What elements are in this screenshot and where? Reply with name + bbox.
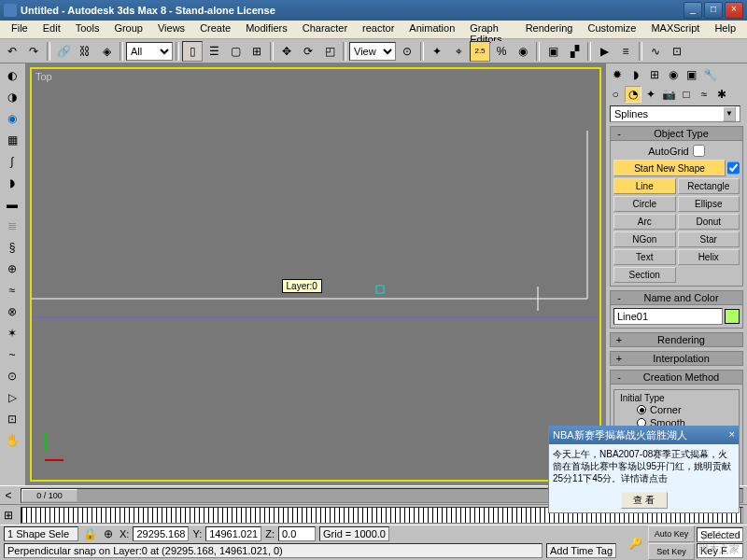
tab-panel-icon[interactable]: ◐ [2,65,22,86]
name-color-header[interactable]: -Name and Color [610,290,743,305]
minimize-button[interactable]: _ [684,2,702,19]
shapes-icon[interactable]: ◔ [625,86,641,103]
water-icon[interactable]: ~ [2,344,22,365]
add-time-tag[interactable]: Add Time Tag [546,543,616,558]
cameras-icon[interactable]: 📷 [660,86,677,103]
undo-icon[interactable]: ↶ [2,41,22,62]
shape-donut-button[interactable]: Donut [678,214,740,230]
select-icon[interactable]: ▯ [182,41,203,62]
plane-icon[interactable]: ▬ [2,194,22,215]
rotate-icon[interactable]: ⟳ [298,41,318,62]
x-coord-input[interactable]: 29295.168 [133,526,189,541]
motor-icon[interactable]: ⊕ [2,259,22,279]
schematic-icon[interactable]: ⊡ [667,41,687,62]
time-config-icon[interactable]: < [0,488,17,503]
menu-help[interactable]: Help [707,21,743,38]
selection-filter-combo[interactable]: All [126,42,173,61]
wind-icon[interactable]: ≈ [2,280,22,301]
redo-icon[interactable]: ↷ [23,41,44,62]
close-button[interactable]: × [725,2,743,19]
shape-line-button[interactable]: Line [613,178,676,194]
notification-close-icon[interactable]: × [729,428,735,442]
menu-modifiers[interactable]: Modifiers [238,21,295,38]
toy-icon[interactable]: ⊗ [2,301,22,322]
menu-group[interactable]: Group [106,21,150,38]
stack-icon[interactable]: ≣ [2,216,22,236]
menu-create[interactable]: Create [192,21,238,38]
maximize-button[interactable]: □ [704,2,723,19]
shape-ellipse-button[interactable]: Ellipse [678,196,740,212]
create-anim-icon[interactable]: ⊡ [2,409,22,429]
scale-icon[interactable]: ◰ [319,41,340,62]
lock-icon[interactable]: 🔒 [82,526,97,541]
spring-icon[interactable]: § [2,237,22,258]
layers-icon[interactable]: ≡ [615,41,636,62]
window-crossing-icon[interactable]: ⊞ [247,41,267,62]
shape-section-button[interactable]: Section [613,267,676,283]
start-new-shape-checkbox[interactable] [727,160,740,176]
curve-editor-icon[interactable]: ∿ [645,41,666,62]
deform-icon[interactable]: ◗ [2,173,22,193]
shape-star-button[interactable]: Star [678,231,740,247]
analyze-icon[interactable]: ⊙ [2,366,22,386]
select-by-name-icon[interactable]: ☰ [204,41,224,62]
percent-snap-icon[interactable]: % [491,41,512,62]
autogrid-checkbox[interactable] [693,145,705,157]
shape-ngon-button[interactable]: NGon [613,231,676,247]
cloth-icon[interactable]: ▦ [2,130,22,150]
bind-icon[interactable]: ◈ [96,41,117,62]
menu-views[interactable]: Views [150,21,192,38]
manipulate-icon[interactable]: ✦ [427,41,447,62]
auto-key-button[interactable]: Auto Key [648,525,695,542]
radio-corner[interactable]: Corner [618,403,735,416]
start-new-shape-button[interactable]: Start New Shape [613,160,726,176]
interpolation-header[interactable]: +Interpolation [610,351,743,366]
y-coord-input[interactable]: 14961.021 [205,526,261,541]
create-tab-icon[interactable]: ✹ [608,65,626,83]
snap-icon[interactable]: ⌖ [448,41,469,62]
geometry-icon[interactable]: ○ [607,86,624,103]
ref-coord-combo[interactable]: View [349,42,396,61]
menu-tools[interactable]: Tools [68,21,107,38]
mirror-icon[interactable]: ▞ [564,41,585,62]
reactor-icon[interactable]: ◑ [2,87,22,107]
angle-snap-icon[interactable]: 2.5 [470,41,490,62]
move-icon[interactable]: ✥ [276,41,297,62]
shape-arc-button[interactable]: Arc [613,214,676,230]
shape-text-button[interactable]: Text [613,249,676,265]
unlink-icon[interactable]: ⛓ [75,41,95,62]
menu-customize[interactable]: Customize [580,21,643,38]
key-icon[interactable]: 🔑 [624,530,646,556]
link-icon[interactable]: 🔗 [53,41,74,62]
notification-view-button[interactable]: 查 看 [621,492,668,509]
utilities-tab-icon[interactable]: 🔧 [701,65,719,83]
named-sel-icon[interactable]: ▣ [543,41,563,62]
menu-rendering[interactable]: Rendering [518,21,581,38]
rendering-header[interactable]: +Rendering [610,332,743,347]
ball-icon[interactable]: ◉ [2,108,22,129]
motion-tab-icon[interactable]: ◉ [664,65,682,83]
creation-method-header[interactable]: -Creation Method [610,370,743,385]
track-toggle-icon[interactable]: ⊞ [0,508,17,523]
shape-circle-button[interactable]: Circle [613,196,676,212]
object-type-header[interactable]: -Object Type [610,126,743,141]
shape-rectangle-button[interactable]: Rectangle [678,178,740,194]
menu-reactor[interactable]: reactor [355,21,402,38]
set-key-button[interactable]: Set Key [648,543,695,560]
object-color-swatch[interactable] [725,309,740,324]
modify-tab-icon[interactable]: ◗ [627,65,644,83]
z-coord-input[interactable]: 0.0 [278,526,316,541]
menu-file[interactable]: File [4,21,35,38]
fracture-icon[interactable]: ✶ [2,323,22,343]
object-name-input[interactable]: Line01 [613,308,723,325]
hierarchy-tab-icon[interactable]: ⊞ [645,65,663,83]
menu-animation[interactable]: Animation [402,21,462,38]
preview-icon[interactable]: ▷ [2,387,22,408]
menu-edit[interactable]: Edit [35,21,68,38]
shape-helix-button[interactable]: Helix [678,249,740,265]
systems-icon[interactable]: ✱ [713,86,730,103]
display-tab-icon[interactable]: ▣ [683,65,700,83]
hand-icon[interactable]: ✋ [2,430,22,451]
category-dropdown[interactable]: Splines▼ [610,105,740,122]
rope-icon[interactable]: ∫ [2,151,22,172]
